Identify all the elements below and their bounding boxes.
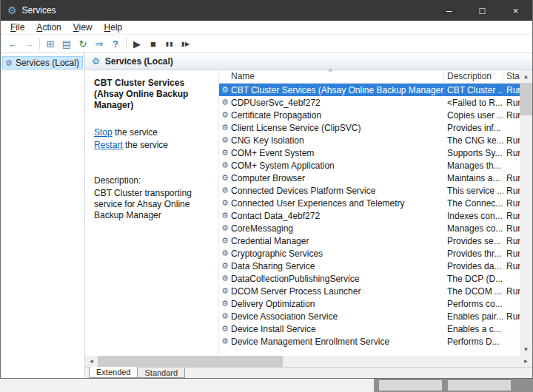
taskbar-fragment [374,379,533,392]
menu-action[interactable]: Action [30,22,67,33]
taskbar-button[interactable] [448,380,511,391]
selected-service-title: CBT Cluster Services (Ahsay Online Backu… [94,78,212,111]
menu-help[interactable]: Help [98,22,129,33]
vertical-scrollbar-thumb[interactable] [520,83,532,115]
service-status: Running [503,110,520,121]
maximize-button[interactable]: □ [466,0,499,21]
service-row[interactable]: ⚙COM+ System ApplicationManages th... [219,159,520,172]
pane-header-title: Services (Local) [105,56,173,67]
service-name: CoreMessaging [231,223,444,234]
properties-icon[interactable]: ▤ [58,36,75,51]
service-row[interactable]: ⚙Client License Service (ClipSVC)Provide… [219,121,520,134]
service-gear-icon: ⚙ [219,186,231,195]
export-list-icon[interactable]: ⇒ [91,36,107,51]
service-row[interactable]: ⚙Device Association ServiceEnables pair.… [219,310,520,322]
service-status: Running [503,173,520,183]
service-gear-icon: ⚙ [219,324,231,334]
service-name: Computer Browser [231,173,444,183]
service-description: The CNG ke... [444,135,503,146]
service-row[interactable]: ⚙Delivery OptimizationPerforms co... [219,297,520,310]
scroll-left-icon[interactable]: ◄ [85,358,98,365]
service-description: Performs D... [444,337,503,347]
taskbar-button[interactable] [379,380,442,391]
menu-view[interactable]: View [67,22,98,33]
service-gear-icon: ⚙ [219,261,231,271]
pause-service-icon[interactable]: ▮▮ [161,36,178,51]
service-gear-icon: ⚙ [219,236,231,246]
service-row[interactable]: ⚙CDPUserSvc_4ebf272<Failed to R...Runnin… [219,96,520,109]
horizontal-scrollbar-thumb[interactable] [98,356,283,367]
minimize-button[interactable]: – [432,0,466,21]
service-row[interactable]: ⚙COM+ Event SystemSupports Sy...Running [219,146,520,159]
column-header-status[interactable]: Status [503,70,520,83]
service-status: Running [503,249,520,259]
service-status: Running [503,223,520,234]
service-description: The Connec... [444,198,503,209]
horizontal-scrollbar[interactable]: ◄ ► [85,356,532,367]
services-window: ⚙ Services – □ × File Action View Help ←… [0,0,533,379]
show-console-tree-icon[interactable]: ⊞ [42,36,58,51]
service-row[interactable]: ⚙Credential ManagerProvides se...Running [219,234,520,247]
service-row[interactable]: ⚙Certificate PropagationCopies user ...R… [219,109,520,121]
start-service-icon[interactable]: ▶ [129,36,145,51]
service-row[interactable]: ⚙DataCollectionPublishingServiceThe DCP … [219,272,520,285]
service-gear-icon: ⚙ [219,135,231,145]
help-icon[interactable]: ? [107,36,124,51]
stop-service-icon[interactable]: ■ [145,36,161,51]
service-row[interactable]: ⚙Data Sharing ServiceProvides da...Runni… [219,260,520,272]
service-row[interactable]: ⚙Connected Devices Platform ServiceThis … [219,184,520,197]
service-description: CBT Cluster ... [444,85,503,95]
service-description: Manages th... [444,160,503,171]
vertical-scrollbar-track[interactable] [520,115,532,343]
service-row[interactable]: ⚙Cryptographic ServicesProvides thr...Ru… [219,247,520,260]
forward-icon[interactable]: → [21,36,37,51]
scroll-up-icon[interactable]: ▲ [520,70,532,83]
service-row[interactable]: ⚙CBT Cluster Services (Ahsay Online Back… [219,84,520,96]
service-row[interactable]: ⚙Computer BrowserMaintains a...Running [219,172,520,184]
tree-node-services-local[interactable]: ⚙ Services (Local) [2,56,83,70]
close-button[interactable]: × [499,0,532,21]
services-node-icon: ⚙ [5,58,13,68]
service-row[interactable]: ⚙Connected User Experiences and Telemetr… [219,197,520,209]
service-name: Certificate Propagation [231,110,444,121]
service-gear-icon: ⚙ [219,198,231,208]
service-description: The DCP (D... [444,274,503,284]
service-status: Running [503,311,520,322]
service-name: COM+ Event System [231,148,444,158]
menu-bar: File Action View Help [1,21,532,35]
service-description: Copies user ... [444,110,503,121]
tab-standard[interactable]: Standard [138,368,185,378]
service-row[interactable]: ⚙DCOM Server Process LauncherThe DCOM ..… [219,285,520,297]
service-row[interactable]: ⚙Contact Data_4ebf272Indexes con...Runni… [219,209,520,222]
service-description: Enables a c... [444,324,503,334]
service-gear-icon: ⚙ [219,110,231,120]
service-name: Device Management Enrollment Service [231,337,444,347]
back-icon[interactable]: ← [4,36,21,51]
service-name: Connected User Experiences and Telemetry [231,198,444,209]
screen: ⚙ Services – □ × File Action View Help ←… [0,0,533,392]
services-app-icon[interactable]: ⚙ [7,4,17,16]
service-description: Maintains a... [444,173,503,183]
vertical-scrollbar[interactable]: ▲ ▼ [520,70,532,356]
tab-extended[interactable]: Extended [89,367,138,378]
service-description: This service ... [444,186,503,196]
scroll-right-icon[interactable]: ► [520,358,532,365]
menu-file[interactable]: File [4,22,30,33]
restart-service-link[interactable]: Restart [94,140,123,150]
window-title: Services [22,5,56,16]
column-header-description[interactable]: Description [444,70,503,83]
scroll-down-icon[interactable]: ▼ [520,343,532,356]
service-status: Running [503,261,520,271]
service-description: <Failed to R... [444,98,503,108]
stop-service-link[interactable]: Stop [94,127,113,138]
service-info-panel: CBT Cluster Services (Ahsay Online Backu… [85,70,218,356]
refresh-icon[interactable]: ↻ [75,36,91,51]
service-description: Provides inf... [444,123,503,133]
restart-service-icon[interactable]: ▮▶ [178,36,194,51]
service-row[interactable]: ⚙Device Install ServiceEnables a c... [219,322,520,335]
service-status: Running [503,198,520,209]
service-name: Device Association Service [231,311,444,322]
service-row[interactable]: ⚙CoreMessagingManages co...Running [219,222,520,234]
service-row[interactable]: ⚙Device Management Enrollment ServicePer… [219,335,520,348]
service-row[interactable]: ⚙CNG Key IsolationThe CNG ke...Running [219,134,520,146]
